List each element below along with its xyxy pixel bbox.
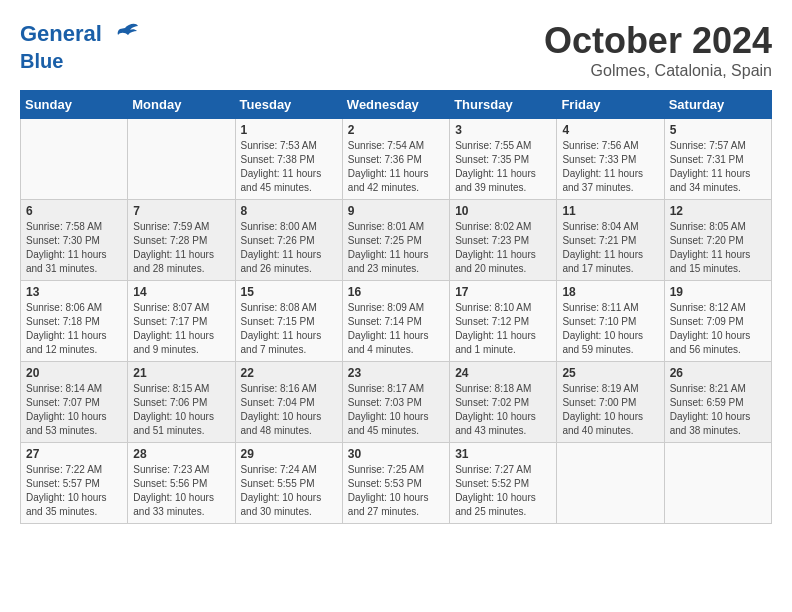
day-number: 21 bbox=[133, 366, 229, 380]
day-info: Sunrise: 7:58 AM Sunset: 7:30 PM Dayligh… bbox=[26, 220, 122, 276]
calendar-cell: 14Sunrise: 8:07 AM Sunset: 7:17 PM Dayli… bbox=[128, 281, 235, 362]
day-number: 25 bbox=[562, 366, 658, 380]
day-number: 28 bbox=[133, 447, 229, 461]
day-number: 15 bbox=[241, 285, 337, 299]
day-info: Sunrise: 8:19 AM Sunset: 7:00 PM Dayligh… bbox=[562, 382, 658, 438]
weekday-header-tuesday: Tuesday bbox=[235, 91, 342, 119]
day-number: 26 bbox=[670, 366, 766, 380]
calendar-cell: 27Sunrise: 7:22 AM Sunset: 5:57 PM Dayli… bbox=[21, 443, 128, 524]
day-number: 24 bbox=[455, 366, 551, 380]
day-info: Sunrise: 8:10 AM Sunset: 7:12 PM Dayligh… bbox=[455, 301, 551, 357]
logo-bird-icon bbox=[110, 20, 140, 50]
day-info: Sunrise: 8:04 AM Sunset: 7:21 PM Dayligh… bbox=[562, 220, 658, 276]
calendar-cell: 19Sunrise: 8:12 AM Sunset: 7:09 PM Dayli… bbox=[664, 281, 771, 362]
calendar-cell: 5Sunrise: 7:57 AM Sunset: 7:31 PM Daylig… bbox=[664, 119, 771, 200]
calendar-cell: 7Sunrise: 7:59 AM Sunset: 7:28 PM Daylig… bbox=[128, 200, 235, 281]
calendar-cell: 30Sunrise: 7:25 AM Sunset: 5:53 PM Dayli… bbox=[342, 443, 449, 524]
day-info: Sunrise: 7:22 AM Sunset: 5:57 PM Dayligh… bbox=[26, 463, 122, 519]
day-number: 2 bbox=[348, 123, 444, 137]
day-number: 3 bbox=[455, 123, 551, 137]
day-number: 13 bbox=[26, 285, 122, 299]
calendar-cell: 4Sunrise: 7:56 AM Sunset: 7:33 PM Daylig… bbox=[557, 119, 664, 200]
calendar-cell: 1Sunrise: 7:53 AM Sunset: 7:38 PM Daylig… bbox=[235, 119, 342, 200]
day-number: 7 bbox=[133, 204, 229, 218]
day-info: Sunrise: 8:05 AM Sunset: 7:20 PM Dayligh… bbox=[670, 220, 766, 276]
day-number: 14 bbox=[133, 285, 229, 299]
logo-blue: Blue bbox=[20, 50, 140, 72]
location: Golmes, Catalonia, Spain bbox=[544, 62, 772, 80]
calendar-cell: 17Sunrise: 8:10 AM Sunset: 7:12 PM Dayli… bbox=[450, 281, 557, 362]
weekday-header-monday: Monday bbox=[128, 91, 235, 119]
calendar-cell: 24Sunrise: 8:18 AM Sunset: 7:02 PM Dayli… bbox=[450, 362, 557, 443]
day-info: Sunrise: 8:07 AM Sunset: 7:17 PM Dayligh… bbox=[133, 301, 229, 357]
calendar-week-row: 20Sunrise: 8:14 AM Sunset: 7:07 PM Dayli… bbox=[21, 362, 772, 443]
calendar-cell bbox=[128, 119, 235, 200]
day-info: Sunrise: 7:24 AM Sunset: 5:55 PM Dayligh… bbox=[241, 463, 337, 519]
day-number: 23 bbox=[348, 366, 444, 380]
day-info: Sunrise: 8:16 AM Sunset: 7:04 PM Dayligh… bbox=[241, 382, 337, 438]
calendar-cell: 29Sunrise: 7:24 AM Sunset: 5:55 PM Dayli… bbox=[235, 443, 342, 524]
calendar-cell: 11Sunrise: 8:04 AM Sunset: 7:21 PM Dayli… bbox=[557, 200, 664, 281]
logo-text: General bbox=[20, 20, 140, 50]
day-number: 19 bbox=[670, 285, 766, 299]
day-number: 30 bbox=[348, 447, 444, 461]
day-info: Sunrise: 8:17 AM Sunset: 7:03 PM Dayligh… bbox=[348, 382, 444, 438]
day-info: Sunrise: 7:27 AM Sunset: 5:52 PM Dayligh… bbox=[455, 463, 551, 519]
calendar-cell bbox=[21, 119, 128, 200]
day-info: Sunrise: 8:02 AM Sunset: 7:23 PM Dayligh… bbox=[455, 220, 551, 276]
day-info: Sunrise: 8:00 AM Sunset: 7:26 PM Dayligh… bbox=[241, 220, 337, 276]
day-info: Sunrise: 8:09 AM Sunset: 7:14 PM Dayligh… bbox=[348, 301, 444, 357]
day-number: 22 bbox=[241, 366, 337, 380]
calendar-week-row: 6Sunrise: 7:58 AM Sunset: 7:30 PM Daylig… bbox=[21, 200, 772, 281]
weekday-header-saturday: Saturday bbox=[664, 91, 771, 119]
day-info: Sunrise: 8:21 AM Sunset: 6:59 PM Dayligh… bbox=[670, 382, 766, 438]
calendar-cell: 21Sunrise: 8:15 AM Sunset: 7:06 PM Dayli… bbox=[128, 362, 235, 443]
calendar-cell: 28Sunrise: 7:23 AM Sunset: 5:56 PM Dayli… bbox=[128, 443, 235, 524]
calendar-cell: 15Sunrise: 8:08 AM Sunset: 7:15 PM Dayli… bbox=[235, 281, 342, 362]
day-info: Sunrise: 7:55 AM Sunset: 7:35 PM Dayligh… bbox=[455, 139, 551, 195]
calendar-cell: 6Sunrise: 7:58 AM Sunset: 7:30 PM Daylig… bbox=[21, 200, 128, 281]
calendar-week-row: 27Sunrise: 7:22 AM Sunset: 5:57 PM Dayli… bbox=[21, 443, 772, 524]
day-info: Sunrise: 7:23 AM Sunset: 5:56 PM Dayligh… bbox=[133, 463, 229, 519]
weekday-header-sunday: Sunday bbox=[21, 91, 128, 119]
day-info: Sunrise: 8:15 AM Sunset: 7:06 PM Dayligh… bbox=[133, 382, 229, 438]
calendar-cell: 3Sunrise: 7:55 AM Sunset: 7:35 PM Daylig… bbox=[450, 119, 557, 200]
day-info: Sunrise: 8:14 AM Sunset: 7:07 PM Dayligh… bbox=[26, 382, 122, 438]
day-number: 5 bbox=[670, 123, 766, 137]
weekday-header-friday: Friday bbox=[557, 91, 664, 119]
day-info: Sunrise: 7:57 AM Sunset: 7:31 PM Dayligh… bbox=[670, 139, 766, 195]
title-block: October 2024 Golmes, Catalonia, Spain bbox=[544, 20, 772, 80]
calendar-week-row: 13Sunrise: 8:06 AM Sunset: 7:18 PM Dayli… bbox=[21, 281, 772, 362]
day-number: 16 bbox=[348, 285, 444, 299]
calendar-cell: 20Sunrise: 8:14 AM Sunset: 7:07 PM Dayli… bbox=[21, 362, 128, 443]
day-number: 20 bbox=[26, 366, 122, 380]
calendar-cell: 12Sunrise: 8:05 AM Sunset: 7:20 PM Dayli… bbox=[664, 200, 771, 281]
day-info: Sunrise: 8:08 AM Sunset: 7:15 PM Dayligh… bbox=[241, 301, 337, 357]
logo-general: General bbox=[20, 21, 102, 46]
calendar-body: 1Sunrise: 7:53 AM Sunset: 7:38 PM Daylig… bbox=[21, 119, 772, 524]
weekday-header-thursday: Thursday bbox=[450, 91, 557, 119]
day-number: 29 bbox=[241, 447, 337, 461]
calendar-cell bbox=[664, 443, 771, 524]
day-number: 4 bbox=[562, 123, 658, 137]
calendar-cell: 31Sunrise: 7:27 AM Sunset: 5:52 PM Dayli… bbox=[450, 443, 557, 524]
calendar-cell: 13Sunrise: 8:06 AM Sunset: 7:18 PM Dayli… bbox=[21, 281, 128, 362]
day-number: 18 bbox=[562, 285, 658, 299]
calendar-cell: 25Sunrise: 8:19 AM Sunset: 7:00 PM Dayli… bbox=[557, 362, 664, 443]
logo: General Blue bbox=[20, 20, 140, 72]
day-info: Sunrise: 8:01 AM Sunset: 7:25 PM Dayligh… bbox=[348, 220, 444, 276]
day-info: Sunrise: 8:06 AM Sunset: 7:18 PM Dayligh… bbox=[26, 301, 122, 357]
weekday-header-wednesday: Wednesday bbox=[342, 91, 449, 119]
calendar-cell: 2Sunrise: 7:54 AM Sunset: 7:36 PM Daylig… bbox=[342, 119, 449, 200]
day-number: 31 bbox=[455, 447, 551, 461]
calendar-cell: 26Sunrise: 8:21 AM Sunset: 6:59 PM Dayli… bbox=[664, 362, 771, 443]
calendar-cell: 23Sunrise: 8:17 AM Sunset: 7:03 PM Dayli… bbox=[342, 362, 449, 443]
calendar-cell: 10Sunrise: 8:02 AM Sunset: 7:23 PM Dayli… bbox=[450, 200, 557, 281]
day-number: 1 bbox=[241, 123, 337, 137]
calendar-cell: 9Sunrise: 8:01 AM Sunset: 7:25 PM Daylig… bbox=[342, 200, 449, 281]
page-header: General Blue October 2024 Golmes, Catalo… bbox=[20, 20, 772, 80]
calendar-cell bbox=[557, 443, 664, 524]
day-number: 27 bbox=[26, 447, 122, 461]
calendar-cell: 16Sunrise: 8:09 AM Sunset: 7:14 PM Dayli… bbox=[342, 281, 449, 362]
day-number: 8 bbox=[241, 204, 337, 218]
